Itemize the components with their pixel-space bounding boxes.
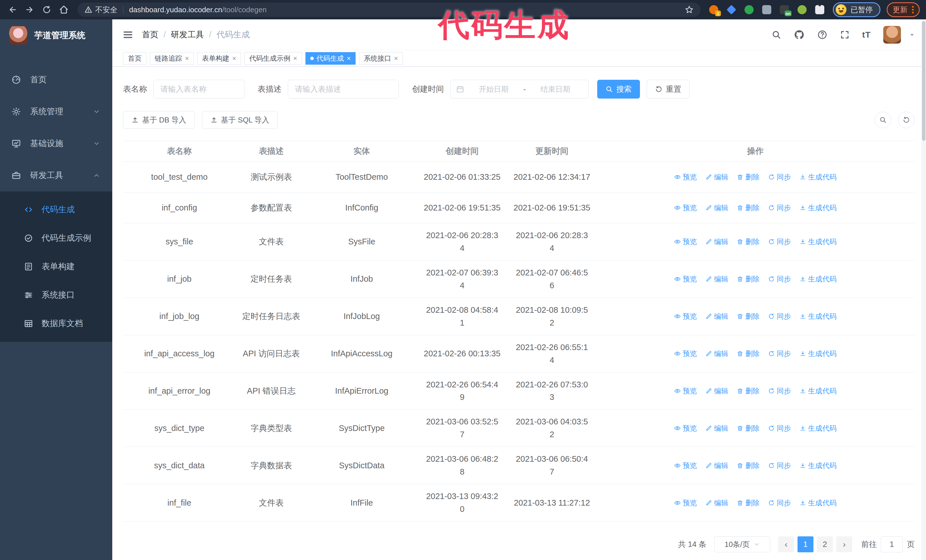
trash-action-link[interactable]: 删除	[737, 312, 760, 321]
avatar-caret-icon[interactable]	[908, 31, 916, 38]
header-search-icon[interactable]	[772, 30, 781, 39]
edit-action-link[interactable]: 编辑	[705, 349, 728, 358]
extension-grid-icon[interactable]	[762, 5, 772, 15]
not-secure-warning[interactable]: 不安全	[84, 5, 117, 15]
tag-代码生成[interactable]: 代码生成×	[306, 52, 356, 65]
sync-action-link[interactable]: 同步	[768, 312, 791, 321]
edit-action-link[interactable]: 编辑	[705, 386, 728, 395]
trash-action-link[interactable]: 删除	[737, 274, 760, 284]
eye-action-link[interactable]: 预览	[674, 498, 697, 507]
eye-action-link[interactable]: 预览	[674, 274, 697, 284]
next-page-button[interactable]: ›	[836, 536, 852, 552]
sync-action-link[interactable]: 同步	[768, 349, 791, 358]
edit-action-link[interactable]: 编辑	[705, 424, 728, 433]
sidebar-subitem-codegen-demo[interactable]: 代码生成示例	[0, 224, 112, 252]
db-import-button[interactable]: 基于 DB 导入	[123, 111, 195, 129]
browser-forward-icon[interactable]	[23, 3, 36, 16]
start-date-placeholder[interactable]: 开始日期	[466, 84, 521, 94]
sql-import-button[interactable]: 基于 SQL 导入	[202, 111, 278, 129]
trash-action-link[interactable]: 删除	[737, 203, 760, 213]
browser-menu-icon[interactable]	[912, 6, 914, 14]
edit-action-link[interactable]: 编辑	[705, 312, 728, 321]
search-button[interactable]: 搜索	[597, 80, 640, 98]
eye-action-link[interactable]: 预览	[674, 312, 697, 321]
download-action-link[interactable]: 生成代码	[799, 498, 837, 507]
eye-action-link[interactable]: 预览	[674, 386, 697, 395]
tag-首页[interactable]: 首页	[123, 52, 147, 65]
edit-action-link[interactable]: 编辑	[705, 461, 728, 470]
download-action-link[interactable]: 生成代码	[799, 237, 837, 246]
end-date-placeholder[interactable]: 结束日期	[528, 84, 583, 94]
tag-链路追踪[interactable]: 链路追踪×	[150, 52, 194, 65]
sidebar-item-home[interactable]: 首页	[0, 64, 112, 96]
extension-puzzle-icon[interactable]	[815, 5, 825, 15]
table-name-input[interactable]	[153, 80, 244, 98]
close-icon[interactable]: ×	[232, 54, 236, 62]
font-size-icon[interactable]: tT	[862, 30, 871, 39]
logo-row[interactable]: 芋道管理系统	[0, 20, 112, 51]
trash-action-link[interactable]: 删除	[737, 424, 760, 433]
profile-chip[interactable]: 已暂停	[833, 2, 881, 17]
page-scrollbar[interactable]	[921, 20, 926, 560]
close-icon[interactable]: ×	[347, 54, 351, 62]
eye-action-link[interactable]: 预览	[674, 424, 697, 433]
extension-green-bot-icon[interactable]	[797, 5, 807, 15]
table-desc-input[interactable]	[288, 80, 399, 98]
eye-action-link[interactable]: 预览	[674, 203, 697, 213]
tag-表单构建[interactable]: 表单构建×	[197, 52, 241, 65]
refresh-table-button[interactable]	[898, 112, 915, 128]
user-avatar[interactable]	[883, 26, 901, 44]
edit-action-link[interactable]: 编辑	[705, 172, 728, 182]
extension-orange-icon[interactable]: 1	[709, 5, 719, 15]
update-chip[interactable]: 更新	[887, 2, 920, 17]
download-action-link[interactable]: 生成代码	[799, 386, 837, 395]
extension-green-check-icon[interactable]	[744, 5, 754, 15]
trash-action-link[interactable]: 删除	[737, 172, 760, 182]
eye-action-link[interactable]: 预览	[674, 172, 697, 182]
goto-page-input[interactable]	[881, 536, 903, 552]
sync-action-link[interactable]: 同步	[768, 461, 791, 470]
trash-action-link[interactable]: 删除	[737, 237, 760, 246]
toggle-search-button[interactable]	[875, 112, 891, 128]
github-icon[interactable]	[794, 29, 805, 40]
page-number-button[interactable]: 1	[797, 536, 814, 552]
sync-action-link[interactable]: 同步	[768, 498, 791, 507]
help-icon[interactable]	[817, 30, 828, 40]
download-action-link[interactable]: 生成代码	[799, 349, 837, 358]
address-bar[interactable]: 不安全 dashboard.yudao.iocoder.cn/tool/code…	[77, 3, 701, 17]
sync-action-link[interactable]: 同步	[768, 203, 791, 213]
sidebar-subitem-codegen[interactable]: 代码生成	[0, 195, 112, 224]
trash-action-link[interactable]: 删除	[737, 498, 760, 507]
trash-action-link[interactable]: 删除	[737, 461, 760, 470]
trash-action-link[interactable]: 删除	[737, 349, 760, 358]
download-action-link[interactable]: 生成代码	[799, 274, 837, 284]
sidebar-subitem-form-builder[interactable]: 表单构建	[0, 252, 112, 281]
sync-action-link[interactable]: 同步	[768, 274, 791, 284]
sidebar-subitem-db-doc[interactable]: 数据库文档	[0, 309, 112, 338]
bookmark-star-icon[interactable]	[685, 5, 694, 14]
browser-back-icon[interactable]	[6, 3, 19, 16]
prev-page-button[interactable]: ‹	[778, 536, 794, 552]
trash-action-link[interactable]: 删除	[737, 386, 760, 395]
sidebar-item-infra[interactable]: 基础设施	[0, 128, 112, 160]
breadcrumb-item[interactable]: 研发工具	[171, 29, 204, 41]
fullscreen-icon[interactable]	[840, 30, 850, 39]
edit-action-link[interactable]: 编辑	[705, 274, 728, 284]
download-action-link[interactable]: 生成代码	[799, 461, 837, 470]
scrollbar-thumb[interactable]	[922, 21, 925, 141]
edit-action-link[interactable]: 编辑	[705, 203, 728, 213]
eye-action-link[interactable]: 预览	[674, 349, 697, 358]
download-action-link[interactable]: 生成代码	[799, 424, 837, 433]
download-action-link[interactable]: 生成代码	[799, 172, 837, 182]
tag-系统接口[interactable]: 系统接口×	[359, 52, 403, 65]
edit-action-link[interactable]: 编辑	[705, 498, 728, 507]
extension-dark-on-icon[interactable]: on	[779, 5, 790, 15]
page-size-select[interactable]: 10条/页	[714, 536, 770, 552]
eye-action-link[interactable]: 预览	[674, 237, 697, 246]
extension-blue-gem-icon[interactable]	[726, 5, 737, 15]
sidebar-item-system[interactable]: 系统管理	[0, 96, 112, 128]
hamburger-icon[interactable]	[123, 29, 133, 40]
reset-button[interactable]: 重置	[647, 80, 690, 98]
tag-代码生成示例[interactable]: 代码生成示例×	[244, 52, 302, 65]
eye-action-link[interactable]: 预览	[674, 461, 697, 470]
